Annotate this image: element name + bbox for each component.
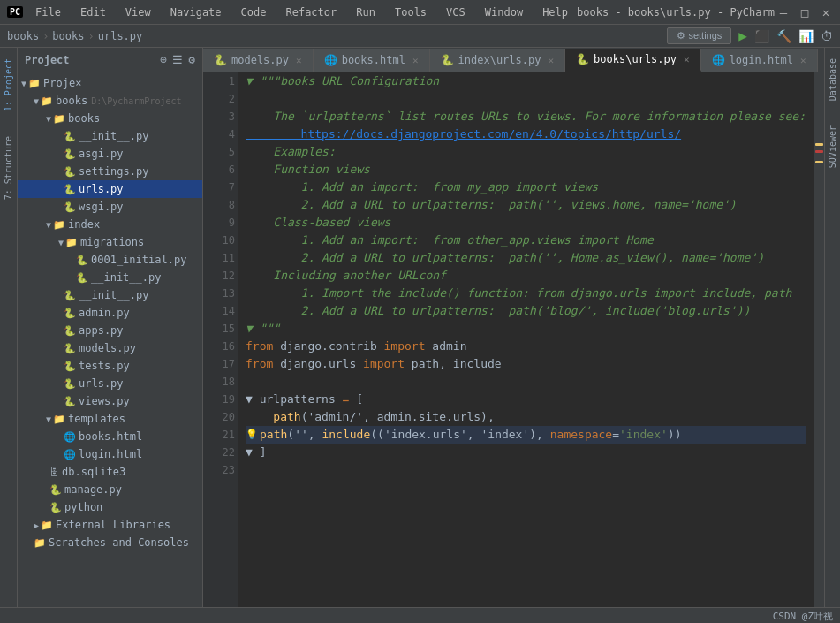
code-line-20: path('admin/', admin.site.urls),	[246, 408, 806, 426]
py-icon-init-i: 🐍	[64, 290, 76, 301]
left-panel-gutter: 1: Project 7: Structure	[0, 48, 18, 607]
code-line-17: from django.urls import path, include	[246, 355, 806, 373]
tree-wsgi-py[interactable]: 🐍 wsgi.py	[18, 198, 202, 216]
run-menu[interactable]: Run	[349, 4, 382, 20]
scroll-mark-warning2	[815, 161, 823, 163]
tree-asgi-py[interactable]: 🐍 asgi.py	[18, 145, 202, 163]
editor-tabs: 🐍 models.py ✕ 🌐 books.html ✕ 🐍 index\url…	[203, 48, 824, 72]
breadcrumb-item-books2[interactable]: books	[52, 30, 84, 42]
view-menu[interactable]: View	[118, 4, 158, 20]
tab-models-py-close[interactable]: ✕	[296, 55, 302, 66]
tree-migrations-folder[interactable]: ▼ 📁 migrations	[18, 233, 202, 251]
tree-manage-py[interactable]: 🐍 manage.py	[18, 481, 202, 498]
edit-menu[interactable]: Edit	[73, 4, 113, 20]
books-folder-icon: 📁	[53, 113, 65, 125]
navigate-menu[interactable]: Navigate	[163, 4, 229, 20]
toolbar-right: ⚙ settings ▶ ⬛ 🔨 📊 ⏱	[667, 27, 833, 44]
scroll-mark-error	[815, 150, 823, 153]
tab-index-urls[interactable]: 🐍 index\urls.py ✕	[430, 49, 566, 72]
settings-button[interactable]: ⚙ settings	[667, 27, 731, 44]
tree-apps-py[interactable]: 🐍 apps.py	[18, 322, 202, 339]
tree-urls-py-books[interactable]: 🐍 urls.py	[18, 180, 202, 198]
tree-init-index[interactable]: 🐍 __init__.py	[18, 286, 202, 304]
code-line-15: ▼ """	[246, 320, 806, 338]
code-line-23	[246, 461, 806, 479]
tree-db-sqlite[interactable]: 🗄 db.sqlite3	[18, 463, 202, 481]
project-panel-title: Project	[25, 54, 70, 66]
project-panel-header: Project ⊕ ☰ ⚙	[18, 48, 202, 72]
tab-login-html[interactable]: 🌐 login.html ✕	[701, 49, 818, 72]
right-panel: Database SQViewer	[824, 48, 840, 607]
structure-panel-tab[interactable]: 7: Structure	[2, 133, 15, 203]
file-menu[interactable]: File	[28, 4, 68, 20]
py-icon-urls-i: 🐍	[64, 378, 76, 390]
project-panel-tab[interactable]: 1: Project	[2, 55, 15, 115]
py-icon-models: 🐍	[64, 343, 76, 354]
breadcrumb: books › books › urls.py	[7, 30, 142, 42]
tab-models-py-icon: 🐍	[214, 54, 227, 66]
tab-books-urls[interactable]: 🐍 books\urls.py ✕	[565, 49, 701, 72]
maximize-button[interactable]: □	[798, 5, 812, 19]
tab-login-html-icon: 🌐	[712, 54, 725, 66]
close-button[interactable]: ✕	[819, 5, 833, 19]
tree-books-root[interactable]: ▼ 📁 books D:\PycharmProject	[18, 92, 202, 110]
books-root-icon: 📁	[41, 95, 53, 107]
tree-templates-folder[interactable]: ▼ 📁 templates	[18, 410, 202, 428]
code-line-4: https://docs.djangoproject.com/en/4.0/to…	[246, 125, 806, 143]
add-icon[interactable]: ⊕	[160, 53, 167, 66]
help-menu[interactable]: Help	[535, 4, 575, 20]
breadcrumb-sep2: ›	[87, 30, 94, 42]
tree-root[interactable]: ▼ 📁 Proje×	[18, 74, 202, 92]
tree-init-migrations[interactable]: 🐍 __init__.py	[18, 269, 202, 286]
debug-button[interactable]: ⬛	[754, 29, 769, 43]
tab-books-urls-close[interactable]: ✕	[684, 54, 690, 65]
tree-init-py-books[interactable]: 🐍 __init__.py	[18, 127, 202, 145]
run-button[interactable]: ▶	[738, 27, 747, 44]
tree-urls-py-index[interactable]: 🐍 urls.py	[18, 375, 202, 392]
build-button[interactable]: 🔨	[776, 29, 791, 43]
tab-login-html-close[interactable]: ✕	[800, 55, 806, 66]
tree-views-py[interactable]: 🐍 views.py	[18, 392, 202, 410]
sqviewer-panel-tab[interactable]: SQViewer	[826, 122, 839, 171]
tab-books-html-close[interactable]: ✕	[412, 55, 419, 66]
database-panel-tab[interactable]: Database	[826, 55, 839, 104]
tab-index-urls-close[interactable]: ✕	[548, 55, 554, 66]
tree-options-icon[interactable]: ☰	[172, 53, 183, 66]
py-icon-init-m: 🐍	[76, 272, 88, 284]
tree-books-html[interactable]: 🌐 books.html	[18, 428, 202, 445]
tools-menu[interactable]: Tools	[388, 4, 434, 20]
tree-external-libs[interactable]: ▶ 📁 External Libraries	[18, 516, 202, 534]
tab-models-py[interactable]: 🐍 models.py ✕	[203, 49, 314, 72]
code-line-2	[246, 90, 806, 108]
profile-button[interactable]: ⏱	[821, 29, 833, 43]
code-editor[interactable]: 12345 678910 1112131415 1617181920 21222…	[203, 72, 824, 607]
code-menu[interactable]: Code	[234, 4, 274, 20]
refactor-menu[interactable]: Refactor	[278, 4, 344, 20]
code-line-16: from django.contrib import admin	[246, 338, 806, 355]
minimize-button[interactable]: —	[776, 5, 791, 19]
tree-python[interactable]: 🐍 python	[18, 498, 202, 516]
vcs-menu[interactable]: VCS	[439, 4, 473, 20]
tree-admin-py[interactable]: 🐍 admin.py	[18, 304, 202, 322]
tree-settings-py[interactable]: 🐍 settings.py	[18, 163, 202, 180]
coverage-button[interactable]: 📊	[798, 29, 814, 43]
tab-models-py-label: models.py	[231, 54, 289, 66]
tree-scratches[interactable]: 📁 Scratches and Consoles	[18, 534, 202, 551]
html-icon-books: 🌐	[64, 431, 76, 443]
window-menu[interactable]: Window	[478, 4, 530, 20]
code-line-12: Including another URLconf	[246, 267, 806, 285]
tree-index-folder[interactable]: ▼ 📁 index	[18, 216, 202, 233]
tree-tests-py[interactable]: 🐍 tests.py	[18, 357, 202, 375]
code-line-5: Examples:	[246, 143, 806, 161]
code-content[interactable]: ▼ """books URL Configuration The `urlpat…	[238, 72, 814, 607]
editor-scroll-gutter[interactable]	[814, 72, 824, 607]
tree-login-html[interactable]: 🌐 login.html	[18, 445, 202, 463]
breadcrumb-item-urlspy[interactable]: urls.py	[98, 30, 143, 42]
settings-icon[interactable]: ⚙	[188, 53, 195, 66]
tree-models-py[interactable]: 🐍 models.py	[18, 339, 202, 357]
tree-books-folder[interactable]: ▼ 📁 books	[18, 110, 202, 127]
tree-0001-initial[interactable]: 🐍 0001_initial.py	[18, 251, 202, 269]
breadcrumb-item-books[interactable]: books	[7, 30, 39, 42]
ext-libs-icon: 📁	[41, 520, 53, 531]
tab-books-html[interactable]: 🌐 books.html ✕	[314, 49, 430, 72]
